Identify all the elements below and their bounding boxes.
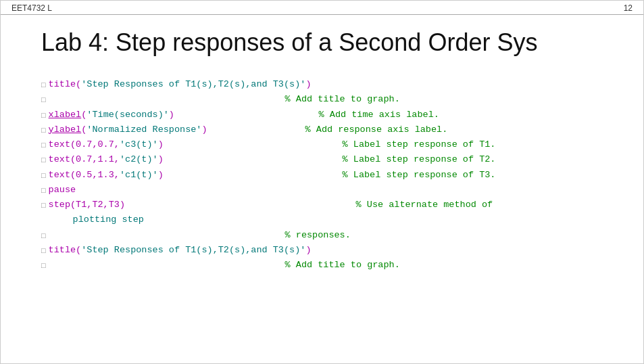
code-right-9: % Use alternate method of: [278, 198, 493, 212]
code-right-3: % Add time axis label.: [278, 108, 439, 122]
bullet-6: □: [41, 154, 46, 166]
code-line-3: □ xlabel('Time(seconds)') % Add time axi…: [41, 108, 603, 122]
page-number: 12: [624, 3, 633, 13]
code-line-11: □ title('Step Responses of T1(s),T2(s),a…: [41, 243, 603, 258]
code-line-5: □ text(0.7,0.7,'c3(t)') % Label step res…: [41, 137, 603, 152]
bullet-5: □: [41, 139, 46, 152]
code-right-7: % Label step response of T3.: [278, 168, 496, 183]
code-line-9: □ step(T1,T2,T3) % Use alternate method …: [41, 198, 603, 228]
code-left-6: text(0.7,1.1,'c2(t)'): [49, 152, 278, 167]
page-container: EET4732 L 12 Lab 4: Step responses of a …: [0, 0, 644, 364]
code-right-12: % Add title to graph.: [278, 258, 400, 273]
code-left-1: title('Step Responses of T1(s),T2(s),and…: [49, 77, 312, 92]
code-area: □ title('Step Responses of T1(s),T2(s),a…: [1, 70, 643, 279]
bullet-10: □: [41, 230, 46, 242]
code-left-9: step(T1,T2,T3): [49, 198, 278, 212]
code-line-10: □ % responses.: [41, 228, 603, 243]
bullet-2: □: [41, 94, 46, 106]
code-left-11: title('Step Responses of T1(s),T2(s),and…: [49, 243, 312, 258]
code-content-10: % responses.: [49, 228, 603, 243]
code-left-8: pause: [49, 183, 278, 198]
code-right-4: % Add response axis label.: [278, 122, 448, 137]
code-line-8: □ pause: [41, 183, 603, 198]
page-header: EET4732 L 12: [1, 1, 643, 15]
code-left-10: [49, 228, 278, 243]
code-content-11: title('Step Responses of T1(s),T2(s),and…: [49, 243, 603, 258]
code-right-5: % Label step response of T1.: [278, 137, 496, 152]
course-label: EET4732 L: [11, 3, 52, 13]
code-content-3: xlabel('Time(seconds)') % Add time axis …: [49, 108, 603, 122]
code-content-1: title('Step Responses of T1(s),T2(s),and…: [49, 77, 603, 92]
code-content-2: % Add title to graph.: [49, 92, 603, 107]
bullet-8: □: [41, 185, 46, 197]
bullet-11: □: [41, 245, 46, 257]
code-line-1: □ title('Step Responses of T1(s),T2(s),a…: [41, 77, 603, 92]
bullet-4: □: [41, 124, 46, 137]
code-left-3: xlabel('Time(seconds)'): [49, 108, 278, 122]
code-left-7: text(0.5,1.3,'c1(t)'): [49, 168, 278, 183]
code-right-10: % responses.: [278, 228, 351, 243]
code-content-7: text(0.5,1.3,'c1(t)') % Label step respo…: [49, 168, 603, 183]
code-right-6: % Label step response of T2.: [278, 152, 496, 167]
bullet-1: □: [41, 79, 46, 91]
code-left-5: text(0.7,0.7,'c3(t)'): [49, 137, 278, 152]
code-content-4: ylabel('Normalized Response') % Add resp…: [49, 122, 603, 137]
bullet-3: □: [41, 110, 46, 122]
code-content-12: % Add title to graph.: [49, 258, 603, 273]
continuation-9: plotting step: [59, 214, 144, 225]
code-content-5: text(0.7,0.7,'c3(t)') % Label step respo…: [49, 137, 603, 152]
code-line-4: □ ylabel('Normalized Response') % Add re…: [41, 122, 603, 137]
bullet-12: □: [41, 260, 46, 272]
code-line-2: □ % Add title to graph.: [41, 92, 603, 107]
code-left-2: [49, 92, 278, 107]
page-title: Lab 4: Step responses of a Second Order …: [1, 15, 643, 70]
code-line-7: □ text(0.5,1.3,'c1(t)') % Label step res…: [41, 168, 603, 183]
code-right-2: % Add title to graph.: [278, 92, 400, 107]
code-left-4: ylabel('Normalized Response'): [49, 122, 278, 137]
bullet-9: □: [41, 200, 46, 212]
bullet-7: □: [41, 170, 46, 182]
code-line-6: □ text(0.7,1.1,'c2(t)') % Label step res…: [41, 152, 603, 167]
code-content-6: text(0.7,1.1,'c2(t)') % Label step respo…: [49, 152, 603, 167]
code-content-8: pause: [49, 183, 603, 198]
code-line-12: □ % Add title to graph.: [41, 258, 603, 273]
code-left-12: [49, 258, 278, 273]
